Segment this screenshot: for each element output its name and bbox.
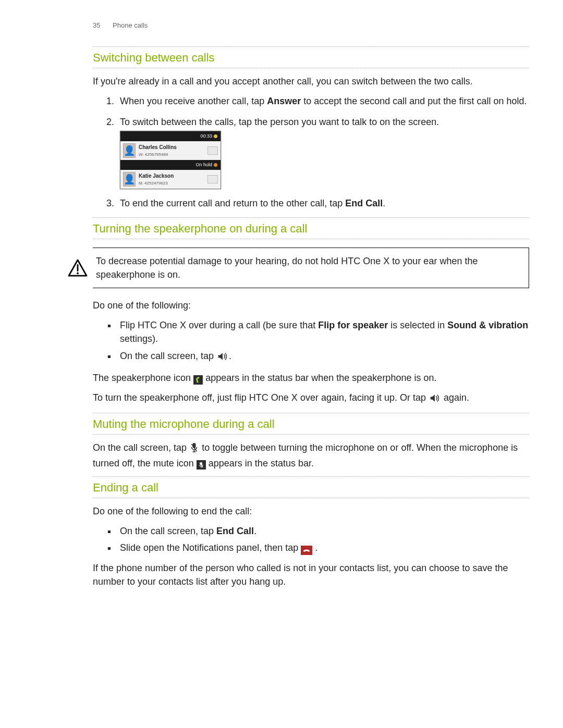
section-name: Phone calls: [113, 21, 148, 29]
call-switch-screenshot: 00:33 👤 Charles Collins W: 4256795489 On…: [120, 131, 221, 189]
heading-speakerphone: Turning the speakerphone on during a cal…: [93, 218, 529, 237]
speaker-icon: [430, 393, 440, 406]
ending-footer: If the phone number of the person who ca…: [93, 561, 529, 588]
caution-box: To decrease potential damage to your hea…: [93, 248, 529, 288]
ending-option-notification: Slide open the Notifications panel, then…: [117, 541, 529, 555]
warning-icon: [68, 259, 88, 277]
hold-bar: On hold: [120, 160, 221, 170]
heading-muting: Muting the microphone during a call: [93, 413, 529, 433]
speakerphone-option-flip: Flip HTC One X over during a call (be su…: [117, 318, 529, 346]
switching-step-1: When you receive another call, tap Answe…: [117, 94, 529, 108]
page-header: 35 Phone calls: [93, 21, 529, 31]
mute-icon: [190, 442, 198, 456]
switching-step-2: To switch between the calls, tap the per…: [117, 115, 529, 189]
ending-lead: Do one of the following to end the call:: [93, 504, 529, 518]
mute-status-icon: [197, 460, 206, 470]
page-number: 35: [93, 21, 100, 29]
ending-option-endcall: On the call screen, tap End Call.: [117, 524, 529, 538]
end-call-icon: [301, 546, 312, 555]
speakerphone-status-icon: [193, 375, 203, 385]
svg-marker-4: [431, 394, 435, 401]
muting-paragraph: On the call screen, tap to toggle betwee…: [93, 441, 529, 470]
hold-call-row: 👤 Katie Jackson M: 4252479623: [120, 170, 221, 189]
svg-marker-3: [218, 353, 223, 360]
speaker-icon: [217, 351, 228, 365]
avatar: 👤: [123, 143, 136, 158]
switching-step-3: To end the current call and return to th…: [117, 196, 529, 210]
active-call-row: 👤 Charles Collins W: 4256795489: [120, 141, 221, 160]
speakerphone-option-tap: On the call screen, tap .: [117, 349, 529, 365]
speakerphone-status-note: The speakerphone icon appears in the sta…: [93, 371, 529, 385]
speakerphone-off-note: To turn the speakerphone off, just flip …: [93, 391, 529, 406]
call-timer-bar: 00:33: [120, 131, 221, 141]
switching-intro: If you're already in a call and you acce…: [93, 75, 529, 88]
heading-switching: Switching between calls: [93, 47, 529, 66]
svg-point-2: [77, 273, 79, 275]
speakerphone-lead: Do one of the following:: [93, 299, 529, 312]
heading-ending: Ending a call: [93, 477, 529, 496]
avatar: 👤: [123, 172, 136, 187]
